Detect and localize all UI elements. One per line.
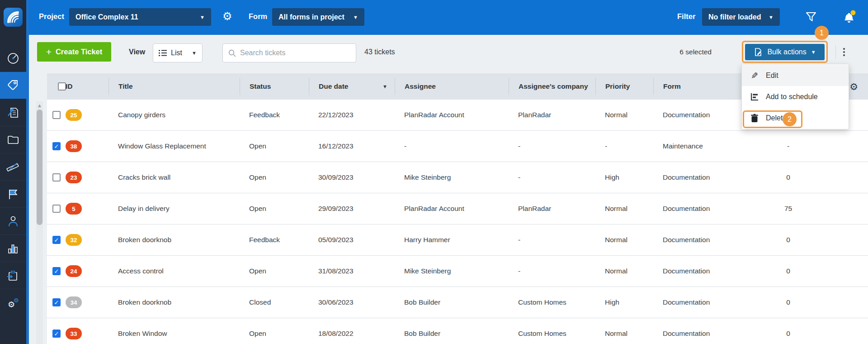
cell-assignee-company: - — [509, 267, 595, 275]
column-header-id[interactable]: ID — [63, 82, 108, 91]
table-row[interactable]: 34 Broken doorknob Closed 30/06/2023 Bob… — [47, 287, 868, 318]
svg-text:⚙: ⚙ — [14, 297, 19, 304]
logo-swirl-icon — [5, 10, 21, 25]
planradar-logo[interactable] — [4, 8, 23, 27]
cell-title: Broken doorknob — [108, 236, 240, 244]
sidebar-item-statistics[interactable] — [0, 234, 26, 262]
sidebar-item-flags[interactable] — [0, 180, 26, 207]
table-row[interactable]: 33 Broken Window Open 18/08/2022 Bob Bui… — [47, 318, 868, 344]
sidebar-item-dashboard[interactable] — [0, 44, 26, 72]
cell-form: Documentation — [653, 330, 745, 338]
cell-title: Broken Window — [108, 330, 240, 338]
cell-form: Documentation — [653, 236, 745, 244]
cell-form: Maintenance — [653, 142, 745, 150]
cell-assignee-company: - — [509, 173, 595, 182]
table-row[interactable]: 38 Window Glass Replacement Open 16/12/2… — [47, 131, 868, 162]
chevron-down-icon: ▼ — [811, 49, 816, 55]
sidebar-item-export[interactable] — [0, 262, 26, 289]
filter-dropdown[interactable]: No filter loaded ▼ — [702, 8, 780, 26]
cell-due-date: 05/09/2023 — [309, 236, 395, 244]
column-header-status[interactable]: Status — [240, 78, 309, 95]
cell-priority: Normal — [595, 111, 653, 119]
column-header-form[interactable]: Form — [653, 78, 745, 95]
cell-form: Documentation — [653, 205, 745, 213]
cell-due-date: 22/12/2023 — [309, 111, 395, 119]
ticket-id-badge: 23 — [66, 172, 82, 183]
view-mode-dropdown[interactable]: List ▼ — [153, 43, 203, 62]
sidebar-item-tickets[interactable] — [0, 72, 26, 99]
row-checkbox[interactable] — [52, 330, 61, 338]
chevron-down-icon: ▼ — [762, 14, 774, 20]
notifications-bell-icon[interactable] — [842, 9, 856, 24]
cell-title: Delay in delivery — [108, 205, 240, 213]
row-checkbox[interactable] — [52, 298, 61, 306]
table-row[interactable]: 5 Delay in delivery Open 29/09/2023 Plan… — [47, 193, 868, 225]
row-checkbox[interactable] — [52, 205, 61, 213]
ticket-count: 43 tickets — [364, 48, 395, 56]
cell-count: - — [745, 142, 832, 150]
cell-status: Open — [240, 205, 309, 213]
cell-assignee-company: Custom Homes — [509, 298, 595, 306]
row-checkbox[interactable] — [52, 236, 61, 244]
column-header-assignee[interactable]: Assignee — [395, 78, 509, 95]
sidebar-item-forms[interactable] — [0, 99, 26, 126]
cell-assignee: Bob Builder — [395, 298, 509, 306]
document-hammer-icon — [6, 106, 20, 119]
cell-priority: High — [595, 298, 653, 306]
cell-count: 0 — [745, 236, 832, 244]
column-header-priority[interactable]: Priority — [595, 78, 653, 95]
table-row[interactable]: 23 Cracks brick wall Open 30/09/2023 Mik… — [47, 162, 868, 193]
cell-status: Open — [240, 173, 309, 182]
bulk-actions-button[interactable]: Bulk actions ▼ — [745, 44, 825, 60]
column-header-due-date[interactable]: Due date ▼ — [309, 78, 395, 95]
filter-funnel-icon[interactable] — [806, 12, 816, 24]
trash-icon — [750, 114, 760, 123]
cell-assignee-company: - — [509, 236, 595, 244]
ticket-id-badge: 5 — [66, 203, 82, 215]
cell-priority: Normal — [595, 330, 653, 338]
row-checkbox[interactable] — [52, 142, 61, 150]
filter-label: Filter — [677, 12, 695, 21]
ticket-id-badge: 38 — [66, 140, 82, 152]
ticket-id-badge: 34 — [66, 296, 82, 308]
row-checkbox[interactable] — [52, 173, 61, 182]
column-header-assignee-company[interactable]: Assignee's company — [509, 78, 595, 95]
form-label: Form — [249, 12, 267, 21]
sort-descending-icon[interactable]: ▼ — [382, 84, 395, 89]
search-input[interactable] — [240, 49, 350, 57]
column-header-title[interactable]: Title — [108, 78, 240, 95]
sidebar: ⚙ ⚙ — [0, 0, 26, 344]
cell-status: Open — [240, 142, 309, 150]
cell-assignee: PlanRadar Account — [395, 205, 509, 213]
more-options-kebab-icon[interactable] — [840, 44, 849, 60]
cell-title: Cracks brick wall — [108, 173, 240, 182]
cell-priority: High — [595, 173, 653, 182]
scrollbar-thumb[interactable] — [37, 110, 42, 225]
column-settings-gear-icon[interactable]: ⚙ — [849, 81, 858, 92]
scroll-up-arrow-icon[interactable]: ▲ — [36, 101, 43, 108]
project-dropdown[interactable]: Office Complex 11 ▼ — [69, 8, 211, 26]
menu-item-add-to-schedule[interactable]: Add to schedule — [742, 86, 849, 107]
sidebar-item-contacts[interactable] — [0, 207, 26, 234]
table-row[interactable]: 24 Access control Open 31/08/2023 Mike S… — [47, 256, 868, 287]
ticket-id-badge: 24 — [66, 265, 82, 277]
menu-item-edit[interactable]: ✎ Edit — [742, 65, 849, 86]
project-settings-gear-icon[interactable]: ⚙ — [222, 10, 232, 23]
cell-title: Canopy girders — [108, 111, 240, 119]
filter-dropdown-value: No filter loaded — [708, 13, 761, 21]
create-ticket-button[interactable]: + Create Ticket — [37, 42, 111, 62]
cell-assignee: - — [395, 142, 509, 150]
cell-due-date: 29/09/2023 — [309, 205, 395, 213]
row-checkbox[interactable] — [52, 111, 61, 119]
sidebar-item-settings[interactable]: ⚙ ⚙ — [0, 289, 26, 316]
vertical-scrollbar[interactable]: ▲ — [36, 101, 43, 344]
table-row[interactable]: 32 Broken doorknob Feedback 05/09/2023 H… — [47, 225, 868, 256]
cell-form: Documentation — [653, 267, 745, 275]
sidebar-item-documents[interactable] — [0, 126, 26, 153]
cell-assignee: Bob Builder — [395, 330, 509, 338]
form-dropdown[interactable]: All forms in project ▼ — [272, 8, 364, 26]
sidebar-item-plans[interactable] — [0, 153, 26, 180]
row-checkbox[interactable] — [52, 267, 61, 275]
cell-title: Window Glass Replacement — [108, 142, 240, 150]
top-navbar: Project Office Complex 11 ▼ ⚙ Form All f… — [29, 0, 868, 35]
